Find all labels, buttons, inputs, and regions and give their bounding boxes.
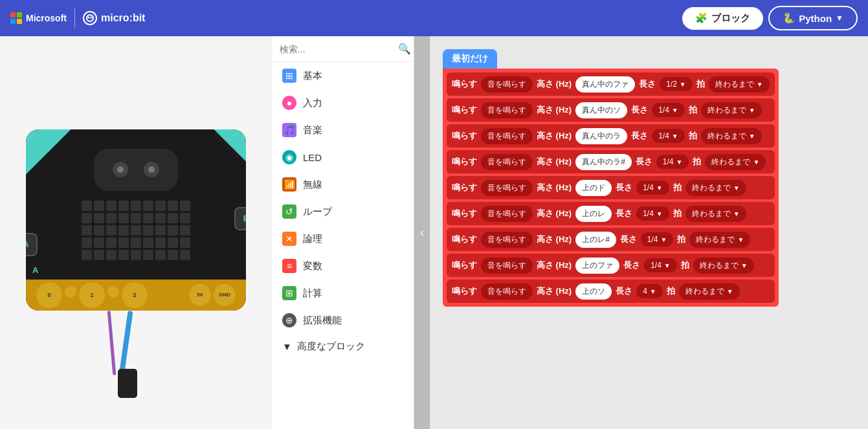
note-pill[interactable]: 上のファ [575,258,619,274]
workspace-panel[interactable]: 最初だけ 鳴らす 音を鳴らす 高さ (Hz) 真ん中のファ 長さ 1/2 ▼ 拍… [430,36,868,429]
toolbox-item-variables[interactable]: ≡ 変数 [272,252,414,280]
until-dropdown[interactable]: 終わるまで ▼ [679,283,740,300]
length-label: 長さ [636,156,652,168]
event-block[interactable]: 最初だけ [443,49,497,69]
block-row[interactable]: 鳴らす 音を鳴らす 高さ (Hz) 上のソ 長さ 4 ▼ 拍 終わるまで ▼ [447,280,775,303]
toolbox-item-basic[interactable]: ⊞ 基本 [272,62,414,89]
note-pill[interactable]: 上のレ# [575,232,616,248]
until-dropdown[interactable]: 終わるまで ▼ [701,102,762,118]
block-row[interactable]: 鳴らす 音を鳴らす 高さ (Hz) 上のレ 長さ 1/4 ▼ 拍 終わるまで ▼ [447,202,775,225]
until-dropdown[interactable]: 終わるまで ▼ [689,232,750,248]
toolbox-item-loop[interactable]: ↺ ループ [272,198,414,225]
until-arrow: ▼ [753,159,759,166]
search-input[interactable] [280,44,393,54]
beat-dropdown[interactable]: 1/4 ▼ [652,129,685,143]
block-row[interactable]: 鳴らす 音を鳴らす 高さ (Hz) 真ん中のラ 長さ 1/4 ▼ 拍 終わるまで… [447,124,775,148]
loop-label: ループ [303,206,332,218]
device-screen [94,149,178,191]
until-dropdown[interactable]: 終わるまで ▼ [709,76,770,93]
led [82,237,92,248]
python-button[interactable]: 🐍 Python ▼ [768,6,858,30]
led [118,250,129,260]
led [131,201,141,211]
block-row[interactable]: 鳴らす 音を鳴らす 高さ (Hz) 上のファ 長さ 1/4 ▼ 拍 終わるまで … [447,254,775,277]
beat-dropdown[interactable]: 4 ▼ [636,284,663,298]
pin-2[interactable]: 2 [122,282,148,308]
pin-3v[interactable]: 3V [189,284,211,306]
music-label: 音楽 [303,124,322,137]
block-row[interactable]: 鳴らす 音を鳴らす 高さ (Hz) 上のド 長さ 1/4 ▼ 拍 終わるまで ▼ [447,176,775,199]
hz-label: 高さ (Hz) [537,208,572,219]
length-label: 長さ [631,130,648,142]
until-dropdown[interactable]: 終わるまで ▼ [701,128,762,144]
input-icon: ● [282,96,296,110]
note-pill[interactable]: 真ん中のソ [575,102,627,118]
beat-dropdown[interactable]: 1/4 ▼ [636,181,669,195]
blocks-label: ブロック [711,12,750,25]
toolbox-item-music[interactable]: 🎵 音楽 [272,116,414,144]
beat-unit-label: 拍 [696,78,705,90]
pin-1[interactable]: 1 [79,282,105,308]
play-label: 鳴らす [452,182,477,193]
button-b[interactable]: B [234,207,246,230]
led [143,250,153,260]
input-label: 入力 [303,97,322,109]
led [180,225,190,236]
until-arrow: ▼ [727,288,733,295]
advanced-blocks-section[interactable]: ▼ 高度なブロック [272,334,414,359]
note-pill[interactable]: 真ん中のラ# [575,154,632,170]
play-label: 鳴らす [452,208,477,219]
led [106,213,117,223]
beat-dropdown[interactable]: 1/4 ▼ [656,155,689,169]
until-dropdown[interactable]: 終わるまで ▼ [685,206,746,222]
block-row[interactable]: 鳴らす 音を鳴らす 高さ (Hz) 真ん中のファ 長さ 1/2 ▼ 拍 終わるま… [447,72,775,96]
pin-gnd[interactable]: GND [214,284,236,306]
loop-icon: ↺ [282,204,296,219]
header-left: Microsoft micro:bit [10,8,145,28]
beat-dropdown[interactable]: 1/4 ▼ [644,258,677,272]
note-pill[interactable]: 上のソ [575,283,612,300]
beat-arrow: ▼ [680,81,686,88]
block-row[interactable]: 鳴らす 音を鳴らす 高さ (Hz) 真ん中のソ 長さ 1/4 ▼ 拍 終わるまで… [447,98,775,122]
beat-dropdown[interactable]: 1/2 ▼ [660,77,693,91]
block-row[interactable]: 鳴らす 音を鳴らす 高さ (Hz) 上のレ# 長さ 1/4 ▼ 拍 終わるまで … [447,228,775,251]
beat-unit-label: 拍 [673,182,682,193]
toolbox-item-radio[interactable]: 📶 無線 [272,171,414,198]
blocks-button[interactable]: 🧩 ブロック [682,7,763,30]
beat-unit-label: 拍 [673,208,682,219]
device-teal-corner-right [214,129,246,162]
blocks-body: 鳴らす 音を鳴らす 高さ (Hz) 真ん中のファ 長さ 1/2 ▼ 拍 終わるま… [443,69,779,307]
toolbox-item-input[interactable]: ● 入力 [272,89,414,116]
beat-dropdown[interactable]: 1/4 ▼ [636,206,669,221]
length-label: 長さ [623,259,640,271]
sound-pill: 音を鳴らす [481,102,533,118]
header-right: 🧩 ブロック 🐍 Python ▼ [682,6,858,30]
beat-arrow: ▼ [672,133,678,140]
toolbox-item-logic[interactable]: ✕ 論理 [272,225,414,252]
toolbox-item-advanced[interactable]: ⊕ 拡張機能 [272,307,414,334]
led [180,250,190,260]
note-pill[interactable]: 上のレ [575,206,612,222]
note-pill[interactable]: 上のド [575,180,612,196]
math-icon: ⊞ [282,286,296,300]
eye-right-inner [148,166,155,173]
until-dropdown[interactable]: 終わるまで ▼ [685,180,746,196]
eye-left-inner [117,166,124,173]
play-label: 鳴らす [452,285,477,297]
beat-dropdown[interactable]: 1/4 ▼ [641,232,674,247]
until-dropdown[interactable]: 終わるまで ▼ [705,154,766,170]
toolbox-item-math[interactable]: ⊞ 計算 [272,280,414,307]
until-dropdown[interactable]: 終わるまで ▼ [693,258,754,274]
pin-0[interactable]: 0 [36,282,62,308]
usb-cable [26,311,246,336]
note-pill[interactable]: 真ん中のファ [575,76,635,93]
note-pill[interactable]: 真ん中のラ [575,128,627,144]
beat-arrow: ▼ [676,159,683,166]
toolbox-item-led[interactable]: ◉ LED [272,144,414,171]
block-row[interactable]: 鳴らす 音を鳴らす 高さ (Hz) 真ん中のラ# 長さ 1/4 ▼ 拍 終わるま… [447,150,775,173]
collapse-button[interactable]: ‹ [414,36,430,429]
beat-dropdown[interactable]: 1/4 ▼ [652,103,685,117]
button-a[interactable]: A [26,233,38,256]
led [118,201,129,211]
led [131,237,141,248]
